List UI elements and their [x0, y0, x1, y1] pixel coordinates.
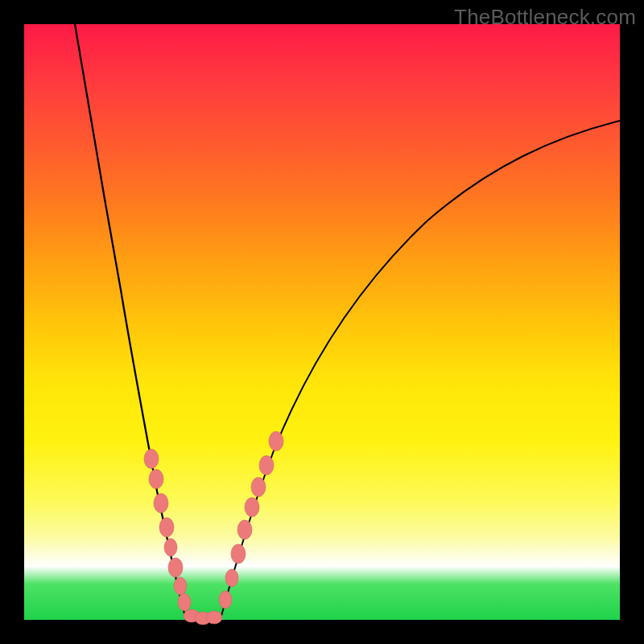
chart-svg: [24, 24, 620, 620]
beads-floor: [184, 609, 222, 625]
svg-point-12: [225, 569, 238, 587]
svg-point-0: [144, 449, 159, 469]
svg-point-7: [178, 593, 191, 611]
svg-point-3: [159, 518, 174, 537]
chart-frame: TheBottleneck.com: [0, 0, 644, 644]
svg-point-6: [174, 577, 187, 595]
svg-point-15: [245, 497, 259, 517]
svg-point-13: [231, 544, 246, 564]
svg-point-10: [206, 611, 222, 624]
beads-right: [219, 431, 283, 609]
svg-point-18: [269, 431, 283, 451]
svg-point-5: [168, 558, 183, 577]
watermark-text: TheBottleneck.com: [454, 5, 636, 30]
svg-point-1: [149, 469, 163, 489]
svg-point-16: [251, 477, 266, 497]
svg-point-11: [219, 591, 232, 609]
curve-right-branch: [221, 121, 620, 616]
beads-left: [144, 449, 191, 611]
svg-point-4: [164, 539, 177, 556]
svg-point-14: [237, 520, 252, 539]
svg-point-2: [154, 493, 168, 513]
svg-point-17: [259, 456, 274, 475]
